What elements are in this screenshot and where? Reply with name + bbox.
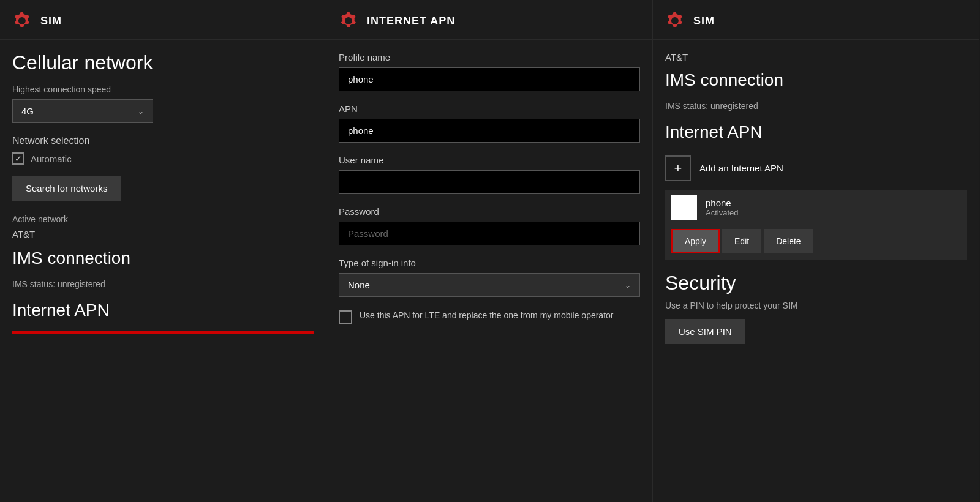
carrier-label: AT&T xyxy=(665,52,967,62)
ims-status-1: IMS status: unregistered xyxy=(12,279,314,289)
ims-connection-title-1: IMS connection xyxy=(12,249,314,268)
edit-button[interactable]: Edit xyxy=(722,229,761,253)
active-network-value: AT&T xyxy=(12,229,314,239)
add-apn-button[interactable]: + xyxy=(665,155,691,181)
speed-dropdown-container: 4G ⌄ xyxy=(12,99,314,123)
lte-checkbox-label: Use this APN for LTE and replace the one… xyxy=(360,309,614,322)
checkmark-icon: ✓ xyxy=(15,154,22,163)
active-network-label: Active network xyxy=(12,214,314,224)
lte-checkbox-row[interactable]: Use this APN for LTE and replace the one… xyxy=(339,309,640,324)
sign-in-type-label: Type of sign-in info xyxy=(339,258,640,268)
ims-status-3: IMS status: unregistered xyxy=(665,101,967,111)
security-title: Security xyxy=(665,272,967,294)
panel-3-title: SIM xyxy=(693,15,715,28)
ims-connection-title-3: IMS connection xyxy=(665,71,967,90)
panel-1-content: Cellular network Highest connection spee… xyxy=(0,40,326,502)
panel-2-content: Profile name APN User name Password Type… xyxy=(326,40,652,502)
sign-in-dropdown-container: None ⌄ xyxy=(339,273,640,297)
active-apn-row[interactable]: phone Activated xyxy=(671,195,961,225)
apn-active-icon xyxy=(671,195,697,220)
apn-name: phone xyxy=(706,198,738,208)
speed-value: 4G xyxy=(21,106,34,116)
apply-button[interactable]: Apply xyxy=(671,229,720,253)
username-label: User name xyxy=(339,155,640,165)
cellular-network-title: Cellular network xyxy=(12,52,314,73)
apn-input[interactable] xyxy=(339,119,640,143)
username-input[interactable] xyxy=(339,170,640,194)
internet-apn-title-1: Internet APN xyxy=(12,301,314,320)
chevron-down-icon: ⌄ xyxy=(138,107,144,116)
search-networks-button[interactable]: Search for networks xyxy=(12,176,121,201)
panel-1-title: SIM xyxy=(40,15,62,28)
internet-apn-title-3: Internet APN xyxy=(665,123,967,142)
panel-3-content: AT&T IMS connection IMS status: unregist… xyxy=(653,40,979,502)
password-label: Password xyxy=(339,206,640,217)
bottom-red-bar xyxy=(12,331,314,334)
chevron-down-sign-in-icon: ⌄ xyxy=(625,281,631,290)
panel-3-sim: SIM AT&T IMS connection IMS status: unre… xyxy=(653,0,979,502)
sign-in-value: None xyxy=(348,280,370,290)
gear-icon-2 xyxy=(339,11,358,31)
add-apn-label: Add an Internet APN xyxy=(699,163,783,173)
panel-1-sim: SIM Cellular network Highest connection … xyxy=(0,0,326,502)
apn-status: Activated xyxy=(706,208,738,217)
panel-3-header: SIM xyxy=(653,0,979,40)
apn-info: phone Activated xyxy=(706,198,738,217)
sign-in-dropdown[interactable]: None ⌄ xyxy=(339,273,640,297)
profile-name-label: Profile name xyxy=(339,52,640,62)
lte-checkbox[interactable] xyxy=(339,310,352,324)
speed-dropdown[interactable]: 4G ⌄ xyxy=(12,99,153,123)
apn-label: APN xyxy=(339,103,640,114)
use-sim-pin-button[interactable]: Use SIM PIN xyxy=(665,319,745,344)
security-section: Security Use a PIN to help protect your … xyxy=(665,272,967,344)
gear-icon-3 xyxy=(665,11,685,31)
automatic-checkbox[interactable]: ✓ xyxy=(12,152,24,165)
apn-actions: Apply Edit Delete xyxy=(671,229,961,260)
automatic-label: Automatic xyxy=(31,154,72,164)
panel-1-header: SIM xyxy=(0,0,326,40)
panel-2-title: INTERNET APN xyxy=(367,15,455,28)
speed-label: Highest connection speed xyxy=(12,84,314,94)
panel-2-internet-apn: INTERNET APN Profile name APN User name … xyxy=(326,0,653,502)
password-input[interactable] xyxy=(339,222,640,245)
gear-icon-1 xyxy=(12,11,32,31)
add-apn-row[interactable]: + Add an Internet APN xyxy=(665,151,967,186)
panel-2-header: INTERNET APN xyxy=(326,0,652,40)
active-apn-container: phone Activated Apply Edit Delete xyxy=(665,190,967,260)
plus-icon: + xyxy=(674,160,682,176)
delete-button[interactable]: Delete xyxy=(764,229,813,253)
automatic-checkbox-row[interactable]: ✓ Automatic xyxy=(12,152,314,165)
security-desc: Use a PIN to help protect your SIM xyxy=(665,301,967,310)
network-selection-label: Network selection xyxy=(12,135,314,146)
profile-name-input[interactable] xyxy=(339,67,640,91)
